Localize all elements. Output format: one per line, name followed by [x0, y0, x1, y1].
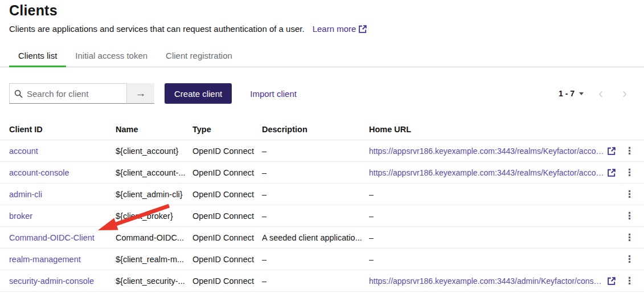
table-header-row: Client ID Name Type Description Home URL	[0, 119, 644, 140]
table-row: account-console ${client_account-... Ope…	[0, 161, 644, 183]
page-subtitle: Clients are applications and services th…	[9, 24, 305, 34]
pagination-next-button[interactable]: ›	[614, 87, 635, 100]
table-bottom-border	[0, 291, 644, 292]
caret-down-icon	[579, 92, 584, 95]
client-id-link[interactable]: admin-cli	[9, 190, 42, 199]
table-row: account ${client_account} OpenID Connect…	[0, 140, 644, 161]
client-name: ${client_broker}	[116, 211, 192, 221]
client-id-link[interactable]: security-admin-console	[9, 276, 94, 286]
tab-bar: Clients list Initial access token Client…	[0, 46, 644, 67]
search-group: →	[9, 83, 154, 104]
client-name: Command-OIDC...	[116, 233, 192, 242]
external-link-icon[interactable]	[608, 147, 616, 155]
client-type: OpenID Connect	[192, 146, 262, 156]
home-url-link[interactable]: https://appsrvr186.keyexample.com:3443/r…	[369, 168, 604, 177]
home-url-link: –	[369, 255, 374, 264]
client-type: OpenID Connect	[192, 211, 262, 221]
column-header-name: Name	[116, 125, 192, 134]
client-id-link[interactable]: Command-OIDC-Client	[9, 233, 95, 242]
table-row: Command-OIDC-Client Command-OIDC... Open…	[0, 226, 644, 248]
pagination-range-dropdown[interactable]: 1 - 7	[555, 87, 587, 100]
external-link-icon	[359, 25, 367, 33]
column-header-type: Type	[192, 125, 262, 134]
page-header: Clients Clients are applications and ser…	[0, 0, 644, 34]
kebab-menu-button[interactable]: ⋮	[621, 145, 638, 157]
home-url-link: –	[369, 190, 374, 199]
column-header-description: Description	[262, 125, 369, 134]
client-name: ${client_admin-cli}	[116, 190, 192, 199]
client-type: OpenID Connect	[192, 276, 262, 286]
table-row: broker ${client_broker} OpenID Connect –…	[0, 205, 644, 226]
kebab-menu-button[interactable]: ⋮	[621, 253, 638, 265]
client-type: OpenID Connect	[192, 233, 262, 242]
client-description: –	[262, 211, 369, 221]
home-url-link: –	[369, 233, 374, 242]
column-header-home-url: Home URL	[369, 125, 621, 134]
create-client-button[interactable]: Create client	[165, 83, 232, 104]
client-id-link[interactable]: realm-management	[9, 255, 81, 264]
table-row: admin-cli ${client_admin-cli} OpenID Con…	[0, 183, 644, 205]
tab-clients-list[interactable]: Clients list	[9, 46, 66, 67]
client-type: OpenID Connect	[192, 255, 262, 264]
home-url-link[interactable]: https://appsrvr186.keyexample.com:3443/r…	[369, 146, 604, 156]
table-row: realm-management ${client_realm-m... Ope…	[0, 248, 644, 270]
learn-more-link[interactable]: Learn more	[313, 24, 367, 34]
table-body: account ${client_account} OpenID Connect…	[0, 140, 644, 291]
page-title: Clients	[9, 2, 635, 19]
client-description: –	[262, 190, 369, 199]
home-url-link[interactable]: https://appsrvr186.keyexample.com:3443/a…	[369, 276, 604, 286]
kebab-menu-button[interactable]: ⋮	[621, 188, 638, 200]
table-row: security-admin-console ${client_security…	[0, 270, 644, 291]
kebab-menu-button[interactable]: ⋮	[621, 231, 638, 243]
pagination: 1 - 7 ‹ ›	[555, 87, 635, 100]
tab-initial-access-token[interactable]: Initial access token	[66, 46, 157, 67]
client-name: ${client_account-...	[116, 168, 192, 177]
client-id-link[interactable]: account	[9, 146, 38, 156]
pagination-range-label: 1 - 7	[559, 89, 575, 98]
kebab-menu-button[interactable]: ⋮	[621, 275, 638, 287]
client-id-link[interactable]: account-console	[9, 168, 69, 177]
tab-client-registration[interactable]: Client registration	[157, 46, 241, 67]
kebab-menu-button[interactable]: ⋮	[621, 166, 638, 178]
import-client-link[interactable]: Import client	[250, 89, 297, 99]
home-url-link: –	[369, 211, 374, 221]
client-description: –	[262, 168, 369, 177]
client-description: –	[262, 146, 369, 156]
kebab-menu-button[interactable]: ⋮	[621, 210, 638, 222]
column-header-client-id: Client ID	[9, 125, 116, 134]
client-id-link[interactable]: broker	[9, 211, 32, 221]
search-input[interactable]	[27, 89, 122, 99]
client-type: OpenID Connect	[192, 190, 262, 199]
client-name: ${client_realm-m...	[116, 255, 192, 264]
search-box	[9, 83, 127, 104]
client-description: –	[262, 276, 369, 286]
clients-table: Client ID Name Type Description Home URL…	[0, 119, 644, 292]
pagination-prev-button[interactable]: ‹	[590, 87, 611, 100]
toolbar: → Create client Import client 1 - 7 ‹ ›	[0, 83, 644, 104]
external-link-icon[interactable]	[608, 169, 616, 177]
external-link-icon[interactable]	[608, 277, 616, 285]
client-name: ${client_security-...	[116, 276, 192, 286]
learn-more-label: Learn more	[313, 24, 356, 34]
client-name: ${client_account}	[116, 146, 192, 156]
search-submit-button[interactable]: →	[127, 83, 154, 104]
client-type: OpenID Connect	[192, 168, 262, 177]
client-description: A seeded client applicatio...	[262, 233, 369, 242]
client-description: –	[262, 255, 369, 264]
search-icon	[14, 89, 23, 98]
